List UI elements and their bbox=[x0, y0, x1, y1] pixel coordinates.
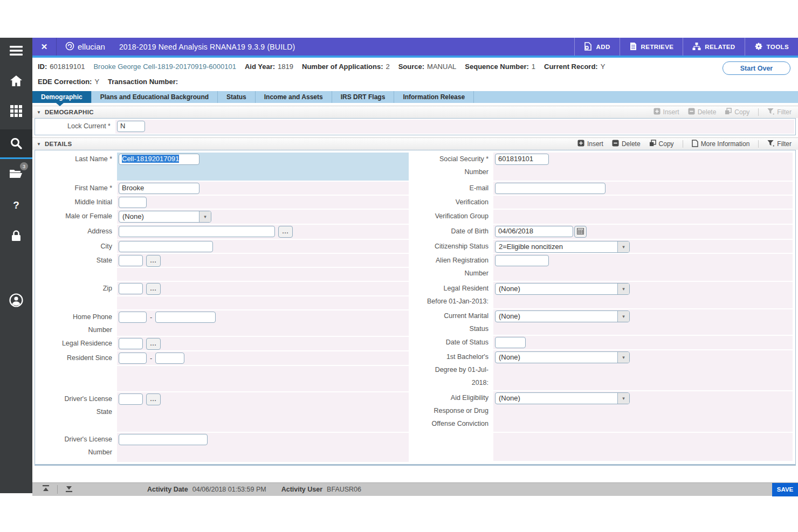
home-phone-number-input[interactable] bbox=[155, 312, 216, 323]
demographic-filter-button[interactable]: Filter bbox=[767, 108, 792, 116]
key-block: ID: 601819101 Brooke George Cell-1819-20… bbox=[32, 58, 798, 91]
tab-irs-drt-flags[interactable]: IRS DRT Flags bbox=[332, 91, 395, 103]
tab-status[interactable]: Status bbox=[218, 91, 256, 103]
tab-information-release[interactable]: Information Release bbox=[394, 91, 474, 103]
alien-registration-input[interactable] bbox=[495, 255, 549, 266]
address-lookup-button[interactable]: ... bbox=[278, 226, 293, 238]
tab-demographic[interactable]: Demographic bbox=[32, 91, 92, 103]
details-insert-button[interactable]: Insert bbox=[577, 140, 603, 148]
related-button[interactable]: RELATED bbox=[683, 38, 744, 56]
demographic-insert-button[interactable]: Insert bbox=[653, 108, 679, 116]
save-button[interactable]: SAVE bbox=[772, 483, 798, 496]
sidebar-item-applications[interactable] bbox=[0, 98, 32, 124]
ede-correction-label: EDE Correction: bbox=[38, 78, 92, 86]
ssn-input[interactable]: 601819101 bbox=[495, 154, 549, 165]
drivers-license-state-lookup-button[interactable]: ... bbox=[146, 393, 161, 405]
address-row: Address ... bbox=[38, 225, 409, 239]
drivers-license-number-input[interactable] bbox=[119, 434, 208, 445]
current-record-value: Y bbox=[601, 63, 606, 71]
last-name-input[interactable]: Cell-18192017091 bbox=[119, 154, 200, 165]
city-label: City bbox=[38, 240, 117, 253]
address-input[interactable] bbox=[119, 226, 275, 237]
previous-section-button[interactable] bbox=[38, 483, 54, 496]
verification-group-label: Verification Group bbox=[413, 210, 493, 224]
aid-year-value: 1819 bbox=[278, 63, 293, 71]
demographic-delete-button[interactable]: Delete bbox=[688, 108, 717, 116]
sidebar-item-profile[interactable] bbox=[0, 287, 32, 313]
next-section-button[interactable] bbox=[61, 483, 77, 496]
details-more-information-button[interactable]: More Information bbox=[692, 140, 750, 149]
current-marital-status-dropdown[interactable]: (None) ▾ bbox=[495, 310, 630, 322]
middle-initial-input[interactable] bbox=[119, 197, 147, 208]
lock-current-label: Lock Current * bbox=[36, 120, 115, 134]
state-input[interactable] bbox=[119, 255, 143, 266]
citizenship-status-dropdown[interactable]: 2=Eligible noncitizen ▾ bbox=[495, 241, 630, 253]
tab-plans-educational-background[interactable]: Plans and Educational Background bbox=[92, 91, 218, 103]
main-area: ✕ ellucian 2018-2019 Need Analysis RNANA… bbox=[32, 38, 798, 466]
date-of-birth-calendar-button[interactable] bbox=[574, 226, 587, 238]
legal-resident-before-label: Legal Resident Before 01-Jan-2013: bbox=[413, 282, 493, 308]
related-hierarchy-icon bbox=[692, 42, 701, 52]
first-name-input[interactable]: Brooke bbox=[119, 183, 200, 194]
first-bachelors-dropdown[interactable]: (None) ▾ bbox=[495, 351, 630, 363]
dropdown-arrow-icon: ▾ bbox=[617, 311, 629, 322]
alien-registration-label: Alien Registration Number bbox=[413, 254, 493, 281]
zip-lookup-button[interactable]: ... bbox=[146, 283, 161, 295]
demographic-copy-button[interactable]: Copy bbox=[725, 108, 749, 116]
home-phone-label: Home Phone Number bbox=[38, 310, 117, 336]
sidebar: 3 ? bbox=[0, 38, 32, 493]
zip-input[interactable] bbox=[119, 283, 143, 294]
date-of-birth-input[interactable]: 04/06/2018 bbox=[495, 226, 573, 237]
search-icon bbox=[10, 137, 23, 150]
sidebar-item-sign-out[interactable] bbox=[0, 223, 32, 248]
details-filter-button[interactable]: Filter bbox=[767, 140, 792, 148]
title-bar: ✕ ellucian 2018-2019 Need Analysis RNANA… bbox=[32, 38, 798, 56]
email-label: E-mail bbox=[413, 182, 493, 195]
legal-residence-input[interactable] bbox=[119, 338, 143, 349]
start-over-button[interactable]: Start Over bbox=[723, 61, 790, 75]
lock-current-input[interactable]: N bbox=[117, 121, 145, 132]
legal-residence-label: Legal Residence bbox=[38, 337, 117, 350]
tools-button[interactable]: TOOLS bbox=[745, 38, 798, 56]
email-input[interactable] bbox=[495, 183, 606, 194]
activity-date-value: 04/06/2018 01:53:59 PM bbox=[192, 486, 266, 493]
transaction-number-label: Transaction Number: bbox=[108, 78, 178, 86]
scroll-to-bottom-icon bbox=[65, 485, 73, 494]
legal-resident-before-dropdown[interactable]: (None) ▾ bbox=[495, 283, 630, 295]
verification-label: Verification bbox=[413, 196, 493, 209]
zip-row: Zip ... bbox=[38, 282, 409, 295]
zip-label: Zip bbox=[38, 282, 117, 295]
drivers-license-state-input[interactable] bbox=[119, 393, 143, 405]
activity-date-label: Activity Date bbox=[147, 486, 188, 493]
resident-since-month-input[interactable] bbox=[119, 353, 147, 364]
details-copy-button[interactable]: Copy bbox=[649, 140, 674, 148]
city-input[interactable] bbox=[119, 241, 213, 252]
legal-residence-lookup-button[interactable]: ... bbox=[146, 338, 161, 350]
aid-eligibility-dropdown[interactable]: (None) ▾ bbox=[495, 392, 630, 404]
home-icon bbox=[10, 75, 23, 87]
first-name-label: First Name * bbox=[38, 182, 117, 195]
date-of-status-input[interactable] bbox=[495, 337, 526, 348]
collapse-section-icon[interactable]: ▼ bbox=[37, 142, 41, 147]
date-of-status-row: Date of Status bbox=[413, 336, 793, 349]
alien-registration-row: Alien Registration Number bbox=[413, 254, 793, 281]
sidebar-item-help[interactable]: ? bbox=[0, 192, 32, 218]
details-delete-button[interactable]: Delete bbox=[612, 140, 641, 148]
sidebar-item-search[interactable] bbox=[0, 129, 32, 157]
resident-since-year-input[interactable] bbox=[155, 353, 184, 364]
lock-icon bbox=[11, 230, 22, 241]
insert-icon bbox=[653, 108, 661, 116]
menu-toggle-button[interactable] bbox=[0, 38, 32, 64]
brand-name: ellucian bbox=[78, 42, 105, 51]
state-lookup-button[interactable]: ... bbox=[146, 255, 161, 267]
retrieve-button[interactable]: RETRIEVE bbox=[620, 38, 683, 56]
home-phone-area-input[interactable] bbox=[119, 312, 147, 323]
add-button[interactable]: ADD bbox=[574, 38, 619, 56]
collapse-section-icon[interactable]: ▼ bbox=[37, 110, 41, 115]
close-button[interactable]: ✕ bbox=[32, 38, 57, 56]
sidebar-item-home[interactable] bbox=[0, 68, 32, 94]
sidebar-item-recently-opened[interactable]: 3 bbox=[0, 160, 32, 186]
current-marital-status-label: Current Marital Status bbox=[413, 309, 493, 335]
gender-dropdown[interactable]: (None) ▾ bbox=[119, 211, 211, 223]
tab-income-assets[interactable]: Income and Assets bbox=[256, 91, 332, 103]
